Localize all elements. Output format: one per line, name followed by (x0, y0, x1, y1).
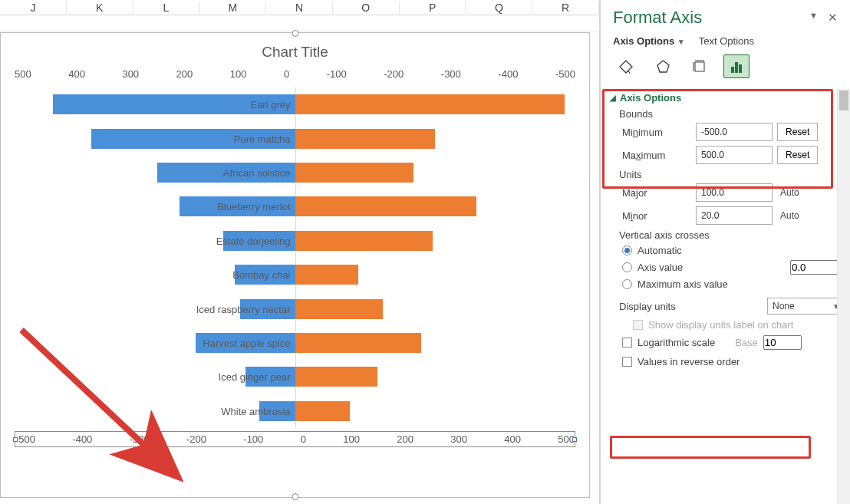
major-label: Major (622, 187, 691, 199)
minimum-label: Minimum (622, 127, 691, 138)
units-label: Units (619, 169, 845, 180)
chart-title[interactable]: Chart Title (1, 33, 589, 65)
bar-label: Iced ginger pear (219, 371, 291, 383)
panel-scrollbar[interactable] (837, 89, 850, 504)
values-reverse-label: Values in reverse order (638, 356, 740, 367)
base-input (763, 335, 802, 350)
logarithmic-checkbox[interactable] (622, 338, 632, 348)
plot-area[interactable]: Earl greyPure matchaAfrican solsticeBlue… (20, 87, 570, 428)
svg-rect-2 (695, 62, 704, 71)
axis-tick: -500 (15, 433, 35, 445)
column-header[interactable]: M (199, 2, 266, 14)
radio-maximum-axis-value[interactable]: Maximum axis value (622, 278, 845, 290)
column-header[interactable]: O (333, 2, 400, 14)
bar-orange[interactable] (295, 333, 422, 353)
minor-input[interactable] (696, 206, 773, 225)
svg-rect-7 (739, 64, 742, 73)
values-reverse-checkbox[interactable] (622, 357, 632, 367)
maximum-label: Maximum (622, 150, 691, 161)
bar-label: African solstice (223, 166, 290, 178)
bar-orange[interactable] (295, 265, 358, 285)
radio-automatic[interactable]: Automatic (622, 245, 845, 256)
minimum-input[interactable] (696, 123, 773, 141)
fill-icon[interactable] (613, 54, 639, 78)
major-input[interactable] (696, 183, 773, 202)
bar-label: Estate darjeeling (216, 235, 291, 246)
bar-row: Blueberry merlot (20, 189, 570, 223)
axis-tick: -200 (186, 433, 206, 445)
bar-row: Pure matcha (20, 121, 570, 155)
bar-row: Iced raspberry nectar (20, 292, 570, 325)
bar-label: Iced raspberry nectar (196, 303, 291, 315)
svg-rect-5 (731, 67, 734, 73)
minor-auto: Auto (777, 210, 799, 221)
size-icon[interactable] (687, 54, 713, 78)
vertical-axis-crosses-label: Vertical axis crosses (619, 229, 845, 241)
bar-label: Blueberry merlot (217, 201, 290, 212)
primary-x-axis[interactable]: -500-400-300-200-1000100200300400500 (15, 432, 575, 446)
panel-title: Format Axis (613, 8, 838, 28)
show-display-units-label: Show display units label on chart (648, 319, 793, 331)
minimum-reset-button[interactable]: Reset (777, 123, 818, 141)
panel-menu-icon[interactable]: ▼ (809, 11, 818, 20)
axis-chart-icon[interactable] (723, 54, 750, 78)
tab-axis-options[interactable]: Axis Options ▼ (613, 35, 685, 47)
svg-marker-1 (657, 61, 669, 72)
secondary-x-axis[interactable]: 5004003002001000-100-200-300-400-500 (1, 65, 589, 83)
bar-orange[interactable] (295, 129, 436, 149)
close-icon[interactable]: ✕ (828, 11, 838, 25)
axis-tick: -100 (243, 433, 263, 445)
axis-tick: -100 (327, 68, 347, 80)
bar-label: Earl grey (250, 99, 290, 110)
bar-row: Iced ginger pear (20, 360, 570, 394)
major-auto: Auto (777, 187, 799, 198)
column-header[interactable]: L (133, 2, 200, 14)
bar-orange[interactable] (295, 196, 477, 216)
bar-orange[interactable] (295, 163, 413, 183)
column-header[interactable]: K (67, 2, 133, 14)
axis-options-section-header[interactable]: ◢Axis Options (610, 92, 845, 104)
bounds-label: Bounds (619, 108, 845, 120)
column-header[interactable]: J (0, 2, 67, 14)
radio-axis-value[interactable]: Axis value (622, 260, 845, 275)
axis-tick: 400 (504, 433, 521, 445)
logarithmic-label: Logarithmic scale (638, 337, 715, 348)
embedded-chart[interactable]: Chart Title 5004003002001000-100-200-300… (0, 32, 590, 498)
panel-body: ◢Axis Options Bounds Minimum Reset Maxim… (601, 89, 850, 504)
axis-tick: 300 (122, 68, 139, 80)
bar-row: African solstice (20, 156, 570, 189)
axis-tick: 0 (284, 68, 289, 80)
display-units-select[interactable]: None▼ (767, 298, 845, 315)
bar-label: Pure matcha (234, 133, 291, 144)
column-header[interactable]: P (400, 2, 466, 14)
format-axis-panel: Format Axis ▼ ✕ Axis Options ▼ Text Opti… (600, 0, 850, 504)
bar-label: Harvest apple spice (203, 337, 290, 348)
maximum-reset-button[interactable]: Reset (777, 146, 818, 164)
column-header[interactable]: Q (466, 2, 532, 14)
bar-row: Harvest apple spice (20, 326, 570, 360)
spreadsheet-area: JKLMNOPQR Chart Title 5004003002001000-1… (0, 0, 600, 504)
axis-tick: 300 (450, 433, 467, 445)
base-label: Base (735, 337, 758, 348)
maximum-input[interactable] (696, 146, 773, 164)
axis-tick: -400 (72, 433, 92, 445)
axis-tick: -200 (384, 68, 404, 80)
minor-label: Minor (622, 210, 691, 222)
bar-orange[interactable] (295, 401, 351, 421)
effects-icon[interactable] (650, 54, 676, 78)
bar-orange[interactable] (295, 299, 384, 319)
axis-tick: -300 (441, 68, 461, 80)
column-header[interactable]: N (266, 2, 333, 14)
bar-orange[interactable] (295, 94, 565, 114)
tab-text-options[interactable]: Text Options (699, 35, 754, 47)
bar-orange[interactable] (295, 367, 378, 387)
axis-tick: 200 (397, 433, 413, 445)
bar-label: White ambrosia (221, 405, 290, 417)
column-header[interactable]: R (532, 2, 599, 14)
axis-tick: -500 (555, 68, 575, 80)
axis-tick: 400 (68, 68, 85, 80)
bar-label: Bombay chai (232, 269, 290, 281)
axis-tick: 200 (176, 68, 193, 80)
bar-orange[interactable] (295, 231, 433, 251)
axis-tick: 0 (301, 433, 306, 445)
